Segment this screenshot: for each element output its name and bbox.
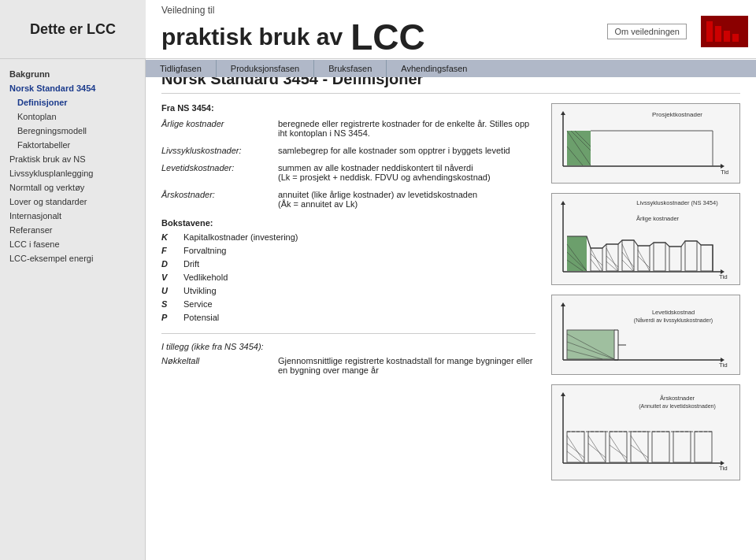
def-text-livssyklus: samlebegrep for alle kostnader som opptr…	[278, 146, 536, 155]
sidebar-item-lcc-fasene[interactable]: LCC i fasene	[0, 237, 145, 251]
svg-line-82	[631, 445, 648, 458]
sidebar-item-lcc-eksempel[interactable]: LCC-eksempel energi	[0, 251, 145, 265]
svg-marker-69	[561, 392, 565, 396]
svg-line-73	[567, 451, 581, 462]
def-row-livssyklus: Livssykluskostnader: samlebegrep for all…	[161, 146, 536, 155]
svg-line-37	[622, 244, 634, 271]
sidebar-item-normtall[interactable]: Normtall og verktøy	[0, 180, 145, 195]
sidebar-item-definisjoner[interactable]: Definisjoner	[0, 95, 145, 109]
tab-avhendingsfasen[interactable]: Avhendingsfasen	[387, 60, 481, 77]
svg-line-78	[610, 436, 627, 462]
diagram-livssyklus-svg: Livssykluskostnader (NS 3454) Årlige kos…	[555, 197, 728, 280]
nav-tabs: Tidligfasen Produksjonsfasen Bruksfasen …	[146, 60, 756, 77]
def-label-livssyklus: Livssykluskostnader:	[161, 146, 272, 155]
header-center: Veiledning til praktisk bruk av LCC Om v…	[146, 0, 756, 58]
sidebar-item-beregningsmodell[interactable]: Beregningsmodell	[0, 124, 145, 138]
svg-line-33	[606, 248, 618, 271]
svg-text:Tid: Tid	[719, 362, 728, 369]
svg-rect-74	[588, 432, 606, 462]
def-text-levetid: summen av alle kostnader neddiskontert t…	[278, 163, 536, 182]
tab-tidligfasen[interactable]: Tidligfasen	[146, 60, 217, 77]
diagram-levetid: Levetidskostnad (Nåverdi av livssyklusko…	[551, 295, 740, 375]
svg-line-41	[638, 250, 650, 271]
svg-marker-9	[561, 111, 565, 115]
svg-text:Tid: Tid	[721, 169, 728, 176]
diagram-arskostnader-svg: Årskostnader (Annuitet av levetidskostna…	[555, 388, 728, 475]
bokstav-f-val: Forvaltning	[183, 246, 226, 255]
sidebar-item-kontoplan[interactable]: Kontoplan	[0, 109, 145, 124]
sidebar-item-livssyklusplanlegging[interactable]: Livssyklusplanlegging	[0, 166, 145, 180]
bokstav-s-key: S	[161, 299, 177, 309]
bokstav-d: D Drift	[161, 259, 536, 269]
bokstav-v-val: Vedlikehold	[183, 273, 228, 282]
svg-marker-23	[561, 201, 565, 205]
def-text-arskostnader: annuitet (like årlige kostnader) av leve…	[278, 190, 536, 209]
fra-ns-header: Fra NS 3454:	[161, 103, 536, 113]
sidebar-item-praktisk-bruk[interactable]: Praktisk bruk av NS	[0, 152, 145, 166]
header: Dette er LCC Veiledning til praktisk bru…	[0, 0, 756, 59]
bokstav-f-key: F	[161, 246, 177, 255]
svg-line-79	[610, 445, 627, 458]
def-row-arskostnader: Årskostnader: annuitet (like årlige kost…	[161, 190, 536, 209]
svg-line-72	[567, 443, 584, 458]
header-lcc: LCC	[350, 16, 425, 58]
site-title: Dette er LCC	[30, 21, 116, 38]
svg-text:Prosjektkostnader: Prosjektkostnader	[652, 111, 702, 118]
bokstav-u-key: U	[161, 286, 177, 295]
bokstav-d-val: Drift	[183, 259, 199, 269]
svg-rect-2	[724, 31, 730, 42]
svg-marker-53	[561, 302, 565, 306]
svg-line-31	[591, 259, 600, 271]
text-section: Fra NS 3454: Årlige kostnader beregnede …	[161, 103, 536, 480]
om-veiledningen-link[interactable]: Om veiledningen	[607, 24, 687, 39]
svg-text:Livssykluskostnader (NS 3454): Livssykluskostnader (NS 3454)	[636, 199, 718, 206]
sidebar-item-bakgrunn[interactable]: Bakgrunn	[0, 67, 145, 81]
bokstav-f: F Forvaltning	[161, 246, 536, 255]
tab-produksjonsfasen[interactable]: Produksjonsfasen	[217, 60, 314, 77]
svg-text:Levetidskostnad: Levetidskostnad	[652, 309, 695, 316]
sidebar-item-internasjonalt[interactable]: Internasjonalt	[0, 209, 145, 223]
svg-line-71	[567, 436, 584, 462]
svg-line-38	[622, 252, 634, 267]
svg-text:Årskostnader: Årskostnader	[660, 395, 695, 402]
sidebar-item-faktortabeller[interactable]: Faktortabeller	[0, 138, 145, 152]
content-body: Fra NS 3454: Årlige kostnader beregnede …	[161, 103, 740, 480]
svg-rect-46	[701, 245, 713, 271]
def-row-arlige: Årlige kostnader beregnede eller registr…	[161, 119, 536, 138]
svg-text:Tid: Tid	[719, 273, 728, 280]
svg-rect-43	[654, 243, 665, 271]
tab-bruksfasen[interactable]: Bruksfasen	[314, 60, 387, 77]
bokstav-s-val: Service	[183, 299, 213, 309]
bokstav-k-key: K	[161, 232, 177, 242]
def-row-levetid: Levetidskostnader: summen av alle kostna…	[161, 163, 536, 182]
svg-text:Årlige kostnader: Årlige kostnader	[636, 215, 680, 222]
svg-rect-24	[567, 236, 587, 271]
sidebar-item-norsk-standard[interactable]: Norsk Standard 3454	[0, 81, 145, 95]
header-title-row: praktisk bruk av LCC	[161, 16, 425, 58]
bokstav-d-key: D	[161, 259, 177, 269]
svg-line-30	[591, 254, 602, 265]
tillegg-section: I tillegg (ikke fra NS 3454): Nøkkeltall…	[161, 333, 536, 375]
def-label-arskostnader: Årskostnader:	[161, 190, 272, 209]
svg-rect-1	[715, 26, 721, 42]
main-layout: Bakgrunn Norsk Standard 3454 Definisjone…	[0, 59, 756, 560]
svg-line-76	[588, 443, 606, 458]
header-subtitle: Veiledning til	[161, 5, 425, 16]
svg-rect-70	[567, 432, 584, 462]
bokstav-s: S Service	[161, 299, 536, 309]
sidebar-item-lover[interactable]: Lover og standarder	[0, 195, 145, 209]
def-text-arlige: beregnede eller registrerte kostnader fo…	[278, 119, 536, 138]
header-main-title: praktisk bruk av	[161, 24, 343, 50]
svg-text:(Nåverdi av livssykluskostnade: (Nåverdi av livssykluskostnader)	[634, 317, 713, 324]
svg-rect-0	[706, 21, 713, 42]
content-area: Norsk Standard 3454 - Definisjoner Fra N…	[146, 59, 756, 560]
svg-line-34	[606, 256, 618, 267]
def-label-arlige: Årlige kostnader	[161, 119, 272, 138]
svg-rect-45	[685, 241, 697, 271]
svg-rect-3	[732, 34, 739, 42]
svg-rect-40	[638, 246, 650, 271]
svg-line-75	[588, 436, 606, 462]
sidebar-item-referanser[interactable]: Referanser	[0, 223, 145, 237]
diagram-livssyklus: Livssykluskostnader (NS 3454) Årlige kos…	[551, 193, 740, 285]
svg-text:(Annuitet av levetidskostnaden: (Annuitet av levetidskostnaden)	[639, 403, 716, 410]
